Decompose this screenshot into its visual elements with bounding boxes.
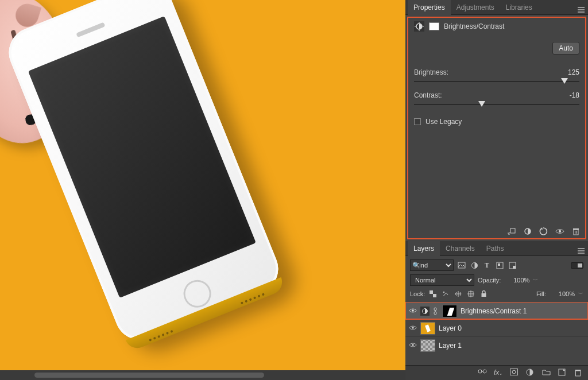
lock-image-icon[interactable] <box>441 289 450 298</box>
mask-link-icon[interactable] <box>433 307 439 315</box>
delete-layer-icon[interactable] <box>574 369 583 378</box>
tab-properties[interactable]: Properties <box>408 0 451 15</box>
reset-icon[interactable] <box>539 227 548 236</box>
opacity-chevron-icon[interactable]: ﹀ <box>533 277 538 284</box>
horizontal-scrollbar[interactable] <box>0 370 405 380</box>
filter-pixel-icon[interactable] <box>457 261 466 270</box>
visibility-eye-icon[interactable] <box>409 324 417 332</box>
layer-thumb[interactable] <box>420 339 435 352</box>
svg-rect-9 <box>573 228 579 230</box>
svg-point-7 <box>559 230 561 232</box>
layers-panel: Layers Channels Paths Kind 🔍 T Normal Op… <box>405 241 588 380</box>
layer-row[interactable]: Layer 1 <box>405 336 588 354</box>
svg-rect-19 <box>430 290 433 294</box>
properties-tabs: Properties Adjustments Libraries <box>405 0 588 15</box>
fill-value[interactable]: 100% <box>550 290 575 297</box>
svg-rect-8 <box>574 230 578 235</box>
view-previous-state-icon[interactable] <box>523 227 532 236</box>
brightness-input[interactable] <box>552 68 579 76</box>
contrast-input[interactable] <box>552 91 579 99</box>
lock-position-icon[interactable] <box>454 289 463 298</box>
layer-filter-kind-select[interactable]: Kind <box>410 259 454 271</box>
use-legacy-checkbox[interactable] <box>414 118 421 125</box>
opacity-value[interactable]: 100% <box>504 277 529 284</box>
svg-rect-40 <box>576 371 581 376</box>
opacity-label: Opacity: <box>478 277 501 284</box>
lock-artboard-icon[interactable] <box>466 289 475 298</box>
lock-label: Lock: <box>410 290 425 297</box>
tab-adjustments[interactable]: Adjustments <box>451 0 500 15</box>
visibility-eye-icon[interactable] <box>409 307 417 315</box>
svg-rect-5 <box>510 228 515 233</box>
layer-name[interactable]: Layer 1 <box>439 342 462 350</box>
tab-libraries[interactable]: Libraries <box>500 0 538 15</box>
auto-button[interactable]: Auto <box>552 42 579 55</box>
svg-point-37 <box>512 370 516 374</box>
brightness-slider[interactable] <box>414 77 579 86</box>
lock-all-icon[interactable] <box>479 289 488 298</box>
blend-mode-select[interactable]: Normal <box>410 274 474 286</box>
adjustment-title: Brightness/Contrast <box>444 22 504 30</box>
svg-rect-36 <box>510 369 518 375</box>
svg-point-31 <box>412 327 413 328</box>
layer-name[interactable]: Brightness/Contrast 1 <box>461 307 527 315</box>
layer-thumb[interactable] <box>420 322 435 335</box>
new-layer-icon[interactable] <box>558 369 567 378</box>
brightness-contrast-icon <box>420 307 430 316</box>
svg-rect-15 <box>498 263 500 266</box>
layers-panel-menu-icon[interactable] <box>578 243 585 254</box>
delete-adjustment-icon[interactable] <box>571 227 581 236</box>
svg-rect-17 <box>513 266 516 269</box>
filter-type-icon[interactable]: T <box>482 261 492 270</box>
tab-paths[interactable]: Paths <box>481 241 510 256</box>
use-legacy-label: Use Legacy <box>425 118 462 126</box>
filter-shape-icon[interactable] <box>495 261 504 270</box>
layer-row[interactable]: Brightness/Contrast 1 <box>405 302 588 319</box>
canvas-image <box>0 0 405 370</box>
fill-label: Fill: <box>536 290 546 297</box>
filter-smartobject-icon[interactable] <box>508 261 517 270</box>
svg-point-32 <box>412 344 413 346</box>
link-layers-icon[interactable] <box>478 369 487 378</box>
svg-rect-12 <box>458 262 465 268</box>
new-group-icon[interactable] <box>542 369 551 378</box>
svg-rect-41 <box>575 370 581 371</box>
add-mask-icon[interactable] <box>510 369 519 378</box>
clip-to-layer-icon[interactable] <box>507 227 516 236</box>
photo-phone <box>1 0 285 347</box>
fx-icon[interactable]: fx⌄ <box>494 369 503 378</box>
properties-panel-menu-icon[interactable] <box>578 2 585 13</box>
layers-footer: fx⌄ <box>405 365 588 380</box>
layer-row[interactable]: Layer 0 <box>405 319 588 336</box>
layer-mask-icon[interactable] <box>429 22 439 30</box>
svg-point-21 <box>443 292 444 293</box>
tab-layers[interactable]: Layers <box>408 241 440 256</box>
properties-panel: Brightness/Contrast Auto Brightness: Con… <box>407 17 586 239</box>
fill-chevron-icon[interactable]: ﹀ <box>578 290 583 298</box>
document-canvas[interactable] <box>0 0 405 380</box>
layer-name[interactable]: Layer 0 <box>439 324 462 332</box>
brightness-contrast-icon <box>414 21 424 32</box>
tab-channels[interactable]: Channels <box>440 241 481 256</box>
svg-rect-20 <box>433 294 436 297</box>
visibility-eye-icon[interactable] <box>409 342 417 350</box>
brightness-label: Brightness: <box>414 68 552 76</box>
svg-point-26 <box>412 309 413 311</box>
new-adjustment-icon[interactable] <box>526 369 535 378</box>
contrast-slider[interactable] <box>414 100 579 108</box>
contrast-label: Contrast: <box>414 91 552 99</box>
svg-rect-25 <box>481 293 486 297</box>
toggle-visibility-icon[interactable] <box>555 227 564 236</box>
lock-transparent-icon[interactable] <box>428 289 438 298</box>
filter-toggle[interactable] <box>571 262 583 269</box>
filter-adjustment-icon[interactable] <box>470 261 479 270</box>
layer-list: Brightness/Contrast 1 Layer 0 Layer 1 <box>405 302 588 365</box>
layer-mask-thumb[interactable] <box>442 305 457 317</box>
